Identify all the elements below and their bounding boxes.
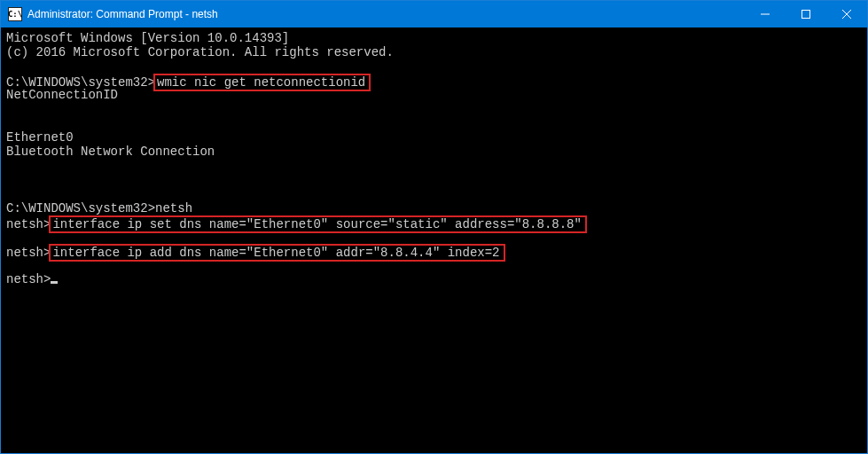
minimize-button[interactable] <box>745 1 786 27</box>
window-title: Administrator: Command Prompt - netsh <box>27 8 745 20</box>
prompt: netsh> <box>6 246 51 260</box>
command-prompt-window: C:\ Administrator: Command Prompt - nets… <box>0 0 868 454</box>
terminal-line: netsh>interface ip set dns name="Etherne… <box>6 215 862 230</box>
terminal-line: C:\WINDOWS\system32>netsh <box>6 201 862 215</box>
terminal-output[interactable]: Microsoft Windows [Version 10.0.14393](c… <box>1 27 867 453</box>
close-button[interactable] <box>826 1 867 27</box>
cmd-icon: C:\ <box>8 7 22 21</box>
command: interface ip add dns name="Ethernet0" ad… <box>49 244 504 262</box>
terminal-line: netsh>interface ip add dns name="Etherne… <box>6 244 862 258</box>
command: interface ip set dns name="Ethernet0" so… <box>49 215 587 233</box>
terminal-line: Ethernet0 <box>6 130 862 145</box>
terminal-line <box>6 159 862 173</box>
titlebar[interactable]: C:\ Administrator: Command Prompt - nets… <box>1 1 867 27</box>
terminal-line <box>6 187 862 201</box>
prompt: C:\WINDOWS\system32> <box>6 201 155 215</box>
terminal-line: (c) 2016 Microsoft Corporation. All righ… <box>6 45 862 59</box>
prompt: netsh> <box>6 217 51 231</box>
terminal-line: Bluetooth Network Connection <box>6 145 862 159</box>
terminal-line: netsh> <box>6 272 862 286</box>
prompt: netsh> <box>6 272 51 286</box>
command: netsh <box>155 201 192 215</box>
terminal-line: NetConnectionID <box>6 88 862 102</box>
terminal-line <box>6 116 862 130</box>
cursor <box>51 281 58 284</box>
svg-rect-1 <box>802 11 810 19</box>
command: wmic nic get netconnectionid <box>153 74 371 91</box>
terminal-line: Microsoft Windows [Version 10.0.14393] <box>6 31 862 45</box>
maximize-button[interactable] <box>786 1 826 27</box>
terminal-line <box>6 102 862 116</box>
terminal-line <box>6 59 862 74</box>
terminal-line <box>6 173 862 187</box>
terminal-line: C:\WINDOWS\system32>wmic nic get netconn… <box>6 74 862 88</box>
